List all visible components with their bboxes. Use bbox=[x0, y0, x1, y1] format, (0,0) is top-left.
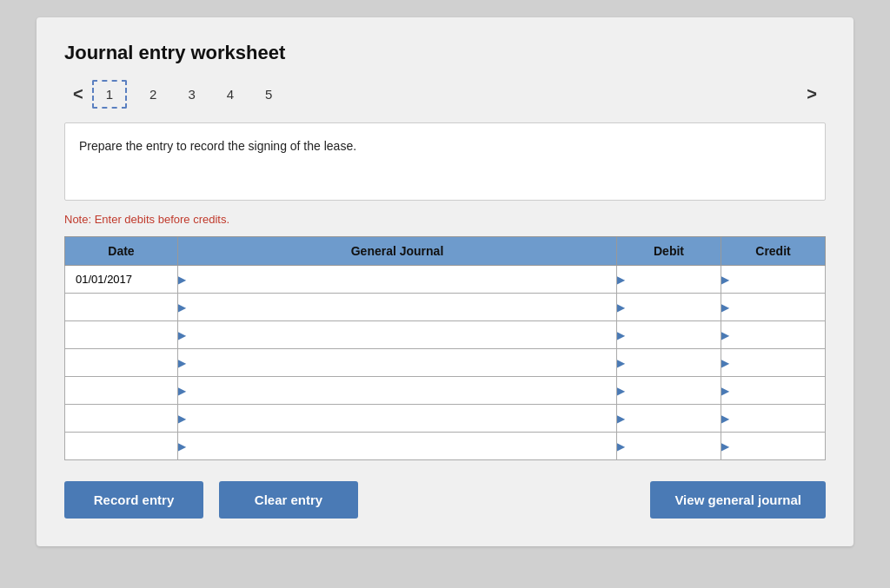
credit-input[interactable] bbox=[721, 433, 825, 459]
journal-input[interactable] bbox=[178, 266, 616, 293]
col-header-date: Date bbox=[65, 237, 178, 266]
col-header-debit: Debit bbox=[617, 237, 721, 266]
record-entry-button[interactable]: Record entry bbox=[64, 481, 203, 519]
step-list: 1 2 3 4 5 bbox=[92, 80, 799, 109]
col-header-credit: Credit bbox=[721, 237, 826, 266]
credit-cell[interactable]: ▶ bbox=[721, 349, 826, 377]
debit-input[interactable] bbox=[617, 321, 721, 348]
journal-cell[interactable]: ▶ bbox=[178, 294, 617, 321]
debit-cell[interactable]: ▶ bbox=[617, 349, 721, 377]
journal-input[interactable] bbox=[178, 321, 616, 348]
table-row: ▶▶▶ bbox=[65, 349, 826, 377]
instruction-box: Prepare the entry to record the signing … bbox=[64, 122, 826, 201]
date-cell[interactable] bbox=[65, 266, 178, 294]
date-input[interactable] bbox=[70, 349, 177, 376]
credit-input[interactable] bbox=[721, 294, 825, 320]
journal-input[interactable] bbox=[178, 377, 616, 404]
credit-input[interactable] bbox=[721, 266, 825, 293]
credit-input[interactable] bbox=[721, 405, 825, 432]
step-3[interactable]: 3 bbox=[179, 82, 203, 107]
credit-cell[interactable]: ▶ bbox=[721, 266, 826, 294]
table-row: ▶▶▶ bbox=[65, 294, 826, 321]
journal-input[interactable] bbox=[178, 294, 616, 320]
step-2[interactable]: 2 bbox=[141, 82, 165, 107]
view-general-journal-button[interactable]: View general journal bbox=[650, 481, 826, 519]
debit-input[interactable] bbox=[617, 433, 721, 459]
worksheet-card: Journal entry worksheet < 1 2 3 4 5 > Pr… bbox=[37, 17, 853, 546]
debit-cell[interactable]: ▶ bbox=[617, 433, 721, 460]
debit-cell[interactable]: ▶ bbox=[617, 377, 721, 405]
table-row: ▶▶▶ bbox=[65, 377, 826, 405]
credit-cell[interactable]: ▶ bbox=[721, 294, 826, 321]
action-buttons: Record entry Clear entry View general jo… bbox=[64, 481, 826, 519]
date-cell[interactable] bbox=[65, 405, 178, 433]
credit-input[interactable] bbox=[721, 349, 825, 376]
date-cell[interactable] bbox=[65, 321, 178, 349]
journal-cell[interactable]: ▶ bbox=[178, 266, 617, 294]
col-header-journal: General Journal bbox=[178, 237, 617, 266]
credit-cell[interactable]: ▶ bbox=[721, 377, 826, 405]
debit-cell[interactable]: ▶ bbox=[617, 266, 721, 294]
page-title: Journal entry worksheet bbox=[64, 42, 826, 64]
date-input[interactable] bbox=[70, 321, 177, 348]
clear-entry-button[interactable]: Clear entry bbox=[219, 481, 358, 519]
journal-input[interactable] bbox=[178, 349, 616, 376]
credit-cell[interactable]: ▶ bbox=[721, 321, 826, 349]
date-cell[interactable] bbox=[65, 294, 178, 321]
debit-cell[interactable]: ▶ bbox=[617, 294, 721, 321]
instruction-text: Prepare the entry to record the signing … bbox=[79, 139, 356, 153]
date-input[interactable] bbox=[70, 294, 177, 320]
step-4[interactable]: 4 bbox=[218, 82, 242, 107]
debit-input[interactable] bbox=[617, 377, 721, 404]
debit-input[interactable] bbox=[617, 349, 721, 376]
step-1[interactable]: 1 bbox=[92, 80, 127, 109]
table-row: ▶▶▶ bbox=[65, 266, 826, 294]
date-cell[interactable] bbox=[65, 377, 178, 405]
journal-cell[interactable]: ▶ bbox=[178, 433, 617, 460]
debit-input[interactable] bbox=[617, 294, 721, 320]
table-row: ▶▶▶ bbox=[65, 321, 826, 349]
date-cell[interactable] bbox=[65, 349, 178, 377]
step-5[interactable]: 5 bbox=[256, 82, 281, 107]
credit-input[interactable] bbox=[721, 377, 825, 404]
table-row: ▶▶▶ bbox=[65, 433, 826, 460]
journal-cell[interactable]: ▶ bbox=[178, 321, 617, 349]
date-input[interactable] bbox=[70, 405, 177, 432]
date-input[interactable] bbox=[70, 266, 177, 293]
journal-table: Date General Journal Debit Credit ▶▶▶▶▶▶… bbox=[64, 236, 826, 460]
journal-cell[interactable]: ▶ bbox=[178, 377, 617, 405]
step-nav: < 1 2 3 4 5 > bbox=[64, 80, 826, 109]
credit-cell[interactable]: ▶ bbox=[721, 405, 826, 433]
journal-input[interactable] bbox=[178, 433, 616, 459]
debit-input[interactable] bbox=[617, 266, 721, 293]
prev-arrow[interactable]: < bbox=[64, 81, 92, 108]
date-input[interactable] bbox=[70, 377, 177, 404]
debit-cell[interactable]: ▶ bbox=[617, 321, 721, 349]
debit-cell[interactable]: ▶ bbox=[617, 405, 721, 433]
date-cell[interactable] bbox=[65, 433, 178, 460]
note-text: Note: Enter debits before credits. bbox=[64, 213, 826, 226]
credit-cell[interactable]: ▶ bbox=[721, 433, 826, 460]
journal-input[interactable] bbox=[178, 405, 616, 432]
credit-input[interactable] bbox=[721, 321, 825, 348]
next-arrow[interactable]: > bbox=[798, 81, 826, 108]
table-row: ▶▶▶ bbox=[65, 405, 826, 433]
debit-input[interactable] bbox=[617, 405, 721, 432]
date-input[interactable] bbox=[70, 433, 177, 459]
journal-cell[interactable]: ▶ bbox=[178, 405, 617, 433]
journal-cell[interactable]: ▶ bbox=[178, 349, 617, 377]
